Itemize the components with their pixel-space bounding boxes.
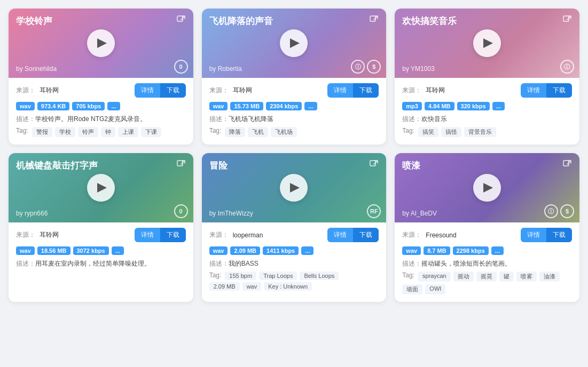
source-value: 耳聆网	[40, 230, 59, 240]
keyword-tag[interactable]: 飞机场	[271, 127, 297, 137]
description: 描述：用耳麦在室内录制，经过简单降噪处理。	[16, 259, 186, 268]
card-title: 喷漆	[402, 159, 420, 172]
keyword-tag[interactable]: 学校	[55, 127, 75, 137]
extra-keyword-tag: wav	[242, 282, 262, 291]
more-tag[interactable]: ...	[112, 246, 124, 255]
detail-button[interactable]: 详情	[327, 83, 353, 98]
card-grid: 学校铃声by Sonnehilda0来源：耳聆网详情下载wav973.4 KB7…	[9, 9, 579, 302]
card-author: by Sonnehilda	[16, 65, 57, 73]
source-label: 来源：	[16, 230, 35, 240]
external-link-icon[interactable]	[562, 15, 572, 27]
download-button[interactable]: 下载	[160, 228, 186, 242]
detail-button[interactable]: 详情	[135, 228, 160, 242]
format-tag: mp3	[402, 102, 422, 110]
play-button[interactable]	[280, 29, 308, 57]
more-tag[interactable]: ...	[107, 102, 120, 110]
play-button[interactable]	[280, 174, 308, 202]
license-badge: ⓘ	[351, 60, 365, 74]
card-card-1: 学校铃声by Sonnehilda0来源：耳聆网详情下载wav973.4 KB7…	[9, 9, 193, 145]
keyword-tag[interactable]: 背景音乐	[464, 127, 496, 137]
format-tags: wav18.56 MB3072 kbps...	[16, 246, 186, 255]
format-tags: wav2.09 MB1411 kbps...	[209, 246, 379, 255]
keyword-tag[interactable]: 搞怪	[441, 127, 461, 137]
keyword-tag[interactable]: 搞笑	[418, 127, 438, 137]
keyword-tag[interactable]: 降落	[225, 127, 245, 137]
external-link-icon[interactable]	[176, 159, 186, 171]
card-body: 来源：耳聆网详情下载mp34.84 MB320 kbps...描述：欢快音乐Ta…	[395, 78, 579, 145]
license-badge: $	[367, 60, 381, 74]
keyword-tag[interactable]: OWI	[425, 284, 445, 294]
keyword-tag[interactable]: 飞机	[248, 127, 268, 137]
card-card-4: 机械键盘敲击打字声by rypn6660来源：耳聆网详情下载wav18.56 M…	[9, 153, 193, 302]
keyword-tag[interactable]: 摇晃	[476, 272, 497, 282]
source-row: 来源：looperman详情下载	[209, 228, 379, 242]
keyword-tag[interactable]: Trap Loops	[259, 272, 297, 280]
keyword-tag[interactable]: 铃声	[78, 127, 98, 137]
source-row: 来源：耳聆网详情下载	[16, 83, 186, 98]
extra-keyword-tag: Key : Unknown	[264, 282, 312, 291]
action-buttons: 详情下载	[327, 83, 379, 98]
detail-button[interactable]: 详情	[135, 83, 160, 98]
keyword-tag[interactable]: Bells Loops	[300, 272, 339, 280]
external-link-icon[interactable]	[562, 159, 572, 171]
play-button[interactable]	[473, 174, 501, 202]
card-card-3: 欢快搞笑音乐by YM1003ⓘ来源：耳聆网详情下载mp34.84 MB320 …	[395, 9, 579, 145]
keyword-tag[interactable]: 155 bpm	[225, 272, 256, 280]
download-button[interactable]: 下载	[546, 228, 572, 242]
size-tag: 2.09 MB	[230, 246, 260, 255]
download-button[interactable]: 下载	[160, 83, 186, 98]
card-card-6: 喷漆by AI_BeDVⓘ$来源：Freesound详情下载wav8.7 MB2…	[395, 153, 579, 302]
more-tag[interactable]: ...	[492, 102, 505, 110]
format-tag: wav	[209, 102, 228, 110]
more-tag[interactable]: ...	[301, 246, 313, 255]
keyword-tag[interactable]: 警报	[32, 127, 52, 137]
keyword-tag[interactable]: 摇动	[453, 272, 474, 282]
keyword-tag[interactable]: 下课	[141, 127, 161, 137]
card-card-5: 冒险by ImTheWizzyRF来源：looperman详情下载wav2.09…	[202, 153, 387, 302]
card-title: 机械键盘敲击打字声	[16, 159, 98, 172]
size-tag: 973.4 KB	[37, 102, 69, 110]
keyword-tag[interactable]: 墙面	[402, 284, 422, 294]
license-badge: $	[560, 204, 574, 218]
card-header: 机械键盘敲击打字声by rypn6660	[9, 153, 193, 222]
external-link-icon[interactable]	[176, 15, 186, 27]
format-tag: wav	[402, 246, 421, 255]
download-button[interactable]: 下载	[353, 228, 379, 242]
detail-button[interactable]: 详情	[521, 228, 546, 242]
source-label: 来源：	[16, 86, 35, 95]
card-author: by Robertia	[209, 65, 242, 73]
source-label: 来源：	[209, 86, 229, 95]
keyword-tag[interactable]: spraycan	[418, 272, 451, 282]
detail-button[interactable]: 详情	[521, 83, 546, 98]
keyword-tag[interactable]: 油漆	[539, 272, 560, 282]
kbps-tag: 320 kbps	[457, 102, 490, 110]
source-row: 来源：Freesound详情下载	[402, 228, 572, 242]
format-tags: wav8.7 MB2298 kbps...	[402, 246, 572, 255]
keyword-tag[interactable]: 钟	[101, 127, 115, 137]
play-button[interactable]	[87, 174, 115, 202]
card-body: 来源：Freesound详情下载wav8.7 MB2298 kbps...描述：…	[395, 222, 579, 302]
keyword-tag[interactable]: 罐	[499, 272, 514, 282]
card-author: by rypn666	[16, 210, 48, 217]
external-link-icon[interactable]	[369, 15, 379, 27]
keyword-tag[interactable]: 喷雾	[516, 272, 537, 282]
play-button[interactable]	[473, 29, 501, 57]
kbps-tag: 2304 kbps	[266, 102, 302, 110]
more-tag[interactable]: ...	[304, 102, 317, 110]
source-value: Freesound	[426, 232, 456, 239]
card-header: 冒险by ImTheWizzyRF	[202, 153, 387, 222]
keyword-tag[interactable]: 上课	[118, 127, 138, 137]
description: 描述：摇动罐头，喷涂短而长的笔画。	[402, 259, 572, 268]
action-buttons: 详情下载	[521, 228, 572, 242]
external-link-icon[interactable]	[369, 159, 379, 171]
keyword-row: Tag:搞笑搞怪背景音乐	[402, 127, 572, 137]
card-header: 欢快搞笑音乐by YM1003ⓘ	[395, 9, 579, 78]
play-button[interactable]	[87, 29, 115, 57]
card-author: by AI_BeDV	[402, 210, 437, 217]
download-button[interactable]: 下载	[353, 83, 379, 98]
detail-button[interactable]: 详情	[327, 228, 353, 242]
description: 描述：飞机场飞机降落	[209, 114, 379, 124]
download-button[interactable]: 下载	[546, 83, 572, 98]
keyword-row: Tag:降落飞机飞机场	[209, 127, 379, 137]
more-tag[interactable]: ...	[491, 246, 504, 255]
